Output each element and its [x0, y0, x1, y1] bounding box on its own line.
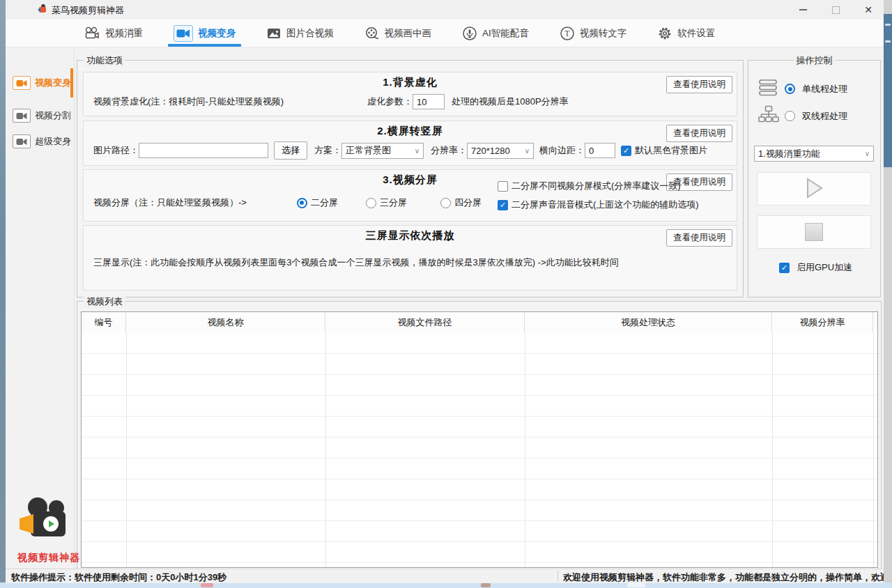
- checkbox-unchecked-icon: [498, 181, 508, 192]
- app-logo-icon: [38, 4, 47, 15]
- table-header-row: 编号 视频名称 视频文件路径 视频处理状态 视频分辨率: [82, 312, 877, 334]
- blur-desc: 视频背景虚化(注：很耗时间-只能处理竖频视频): [93, 95, 284, 108]
- section-triple-screen: 三屏显示依次播放 查看使用说明 三屏显示(注：此功能会按顺序从视频列表里面每3个…: [83, 225, 737, 291]
- taskbar[interactable]: [0, 582, 892, 588]
- sidebar-item-label: 视频分割: [35, 109, 71, 122]
- sidebar-item-super-transform[interactable]: 超级变身: [13, 131, 71, 152]
- background-window-right: [884, 0, 892, 588]
- radio-four-split[interactable]: 四分屏: [440, 196, 482, 209]
- text-t-icon: T: [560, 26, 575, 41]
- column-header[interactable]: 视频处理状态: [525, 312, 772, 333]
- close-button[interactable]: ✕: [856, 0, 881, 20]
- tab-video-transform[interactable]: 视频变身: [168, 20, 241, 47]
- margin-label: 横向边距：: [539, 144, 585, 157]
- title-bar: [6, 0, 884, 20]
- radio-three-split[interactable]: 三分屏: [366, 196, 407, 209]
- group-label: 操作控制: [794, 54, 836, 67]
- gpu-label: 启用GPU加速: [797, 261, 852, 274]
- stack-icon: [758, 79, 779, 99]
- help-button[interactable]: 查看使用说明: [666, 125, 732, 142]
- brand-logo-icon: [20, 497, 78, 550]
- column-header[interactable]: 视频分辨率: [772, 312, 873, 333]
- column-header-spacer: [873, 312, 877, 333]
- section-background-blur: 1.背景虚化 查看使用说明 视频背景虚化(注：很耗时间-只能处理竖频视频) 虚化…: [83, 72, 737, 116]
- radio-selected-icon: [785, 84, 795, 94]
- browse-button[interactable]: 选择: [274, 141, 307, 160]
- tab-picture-in-picture[interactable]: 视频画中画: [359, 20, 438, 47]
- tab-image-to-video[interactable]: 图片合视频: [261, 20, 339, 47]
- blur-param-suffix: 处理的视频后是1080P分辨率: [452, 95, 569, 108]
- tab-video-dedup[interactable]: 视频消重: [78, 20, 148, 47]
- tab-label: 软件设置: [677, 27, 715, 40]
- start-button[interactable]: [757, 172, 871, 206]
- dropdown-arrow-icon: ∨: [415, 147, 420, 155]
- column-header[interactable]: 编号: [82, 312, 126, 333]
- margin-input[interactable]: 0: [585, 143, 615, 158]
- tab-label: 视频消重: [105, 27, 143, 40]
- blur-param-input[interactable]: 10: [413, 94, 445, 109]
- brand-logo-label: 视频剪辑神器: [15, 552, 82, 564]
- play-icon: [802, 176, 826, 202]
- tab-settings[interactable]: 软件设置: [652, 20, 721, 47]
- tab-label: 图片合视频: [286, 27, 334, 40]
- video-camera-icon: [13, 134, 31, 148]
- gpu-checkbox[interactable]: ✓ 启用GPU加速: [779, 261, 852, 274]
- triple-desc: 三屏显示(注：此功能会按顺序从视频列表里面每3个视频合成一个三屏显示视频，播放的…: [93, 256, 619, 269]
- column-header[interactable]: 视频文件路径: [325, 312, 525, 333]
- help-button[interactable]: 查看使用说明: [666, 76, 732, 93]
- help-button[interactable]: 查看使用说明: [666, 229, 732, 247]
- main-tab-bar: 视频消重 视频变身 图片合视频 视频画中画 AI智能配音 T 视频转文字 软件: [6, 20, 884, 47]
- group-label: 功能选项: [84, 54, 125, 67]
- status-bar: 软件操作提示：软件使用剩余时间：0天0小时1分39秒 欢迎使用视频剪辑神器，软件…: [6, 568, 884, 583]
- maximize-button[interactable]: [823, 0, 848, 20]
- scheme-label: 方案：: [314, 144, 341, 157]
- tab-label: AI智能配音: [482, 27, 529, 40]
- video-camera-icon: [174, 25, 193, 42]
- video-camera-icon: [13, 109, 31, 123]
- table-body: [82, 333, 877, 567]
- column-header[interactable]: 视频名称: [126, 312, 325, 333]
- minimize-button[interactable]: [790, 0, 815, 20]
- resolution-select[interactable]: 720*1280 ∨: [467, 143, 534, 159]
- dual-thread-option[interactable]: 双线程处理: [758, 105, 847, 127]
- tab-ai-dubbing[interactable]: AI智能配音: [456, 20, 535, 47]
- single-thread-option[interactable]: 单线程处理: [758, 79, 847, 99]
- radio-icon: [366, 198, 376, 208]
- tab-video-to-text[interactable]: T 视频转文字: [554, 20, 633, 47]
- video-table[interactable]: 编号 视频名称 视频文件路径 视频处理状态 视频分辨率: [81, 311, 878, 568]
- operation-control-group: 操作控制 单线程处理 双线程处理 选择执行功能↓ 1.视频消重功能 ∨ ✓ 启用…: [748, 60, 881, 297]
- dropdown-arrow-icon: ∨: [525, 147, 530, 155]
- status-divider: [558, 571, 558, 582]
- section-landscape-to-portrait: 2.横屏转竖屏 查看使用说明 图片路径： 选择 方案： 正常背景图 ∨ 分辨率：…: [83, 121, 737, 166]
- minimize-icon: [799, 9, 807, 10]
- section-title: 2.横屏转竖屏: [84, 125, 737, 138]
- diff-video-checkbox[interactable]: 二分屏不同视频分屏模式(分辨率建议一致): [498, 180, 681, 192]
- stop-button[interactable]: [757, 215, 871, 249]
- svg-text:T: T: [564, 29, 570, 38]
- movie-camera-icon: [84, 26, 100, 40]
- function-options-group: 功能选项 1.背景虚化 查看使用说明 视频背景虚化(注：很耗时间-只能处理竖频视…: [77, 60, 744, 297]
- image-path-input[interactable]: [139, 143, 268, 158]
- audio-mix-checkbox[interactable]: ✓ 二分屏声音混音模式(上面这个功能的辅助选项): [498, 199, 699, 211]
- dual-thread-label: 双线程处理: [802, 110, 847, 123]
- tree-icon: [758, 105, 779, 127]
- sidebar-item-label: 超级变身: [35, 135, 71, 148]
- scheme-select[interactable]: 正常背景图 ∨: [341, 143, 424, 159]
- gear-icon: [657, 26, 672, 41]
- section-title: 三屏显示依次播放: [84, 229, 737, 242]
- window-title: 菜鸟视频剪辑神器: [52, 4, 124, 17]
- picture-icon: [266, 26, 282, 40]
- image-path-label: 图片路径：: [93, 144, 139, 157]
- close-icon: ✕: [864, 4, 872, 15]
- sidebar-item-label: 视频变身: [35, 77, 71, 89]
- sidebar-item-video-split[interactable]: 视频分割: [13, 105, 71, 126]
- section-title: 1.背景虚化: [84, 76, 737, 89]
- single-thread-label: 单线程处理: [802, 83, 847, 95]
- sidebar-item-video-transform[interactable]: 视频变身: [13, 72, 71, 93]
- checkbox-checked-icon: ✓: [621, 146, 631, 156]
- stop-icon: [805, 223, 823, 241]
- radio-two-split[interactable]: 二分屏: [297, 196, 338, 209]
- group-label: 视频列表: [84, 295, 125, 308]
- function-select[interactable]: 1.视频消重功能 ∨: [754, 146, 874, 162]
- black-bg-checkbox[interactable]: ✓ 默认黑色背景图片: [621, 144, 707, 157]
